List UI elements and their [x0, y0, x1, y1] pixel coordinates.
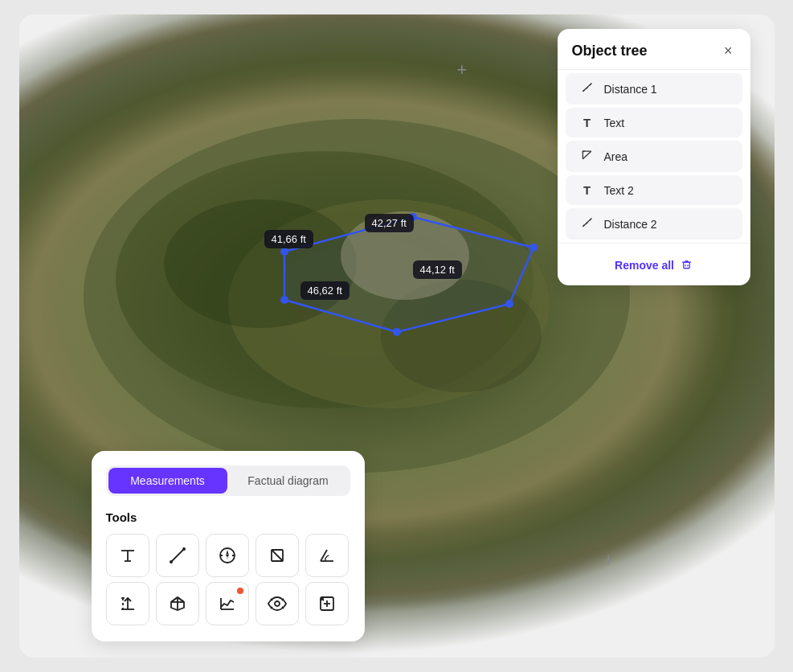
tree-item-text-1[interactable]: T Text — [566, 108, 742, 137]
svg-line-54 — [171, 597, 178, 602]
angle-tool-icon — [317, 546, 337, 565]
chart-tool-icon — [218, 594, 237, 613]
chart-tool-button[interactable] — [206, 582, 249, 625]
text-icon-1: T — [580, 116, 595, 129]
remove-all-row[interactable]: Remove all — [558, 247, 750, 285]
view-tool-button[interactable] — [255, 582, 299, 625]
text-icon-2: T — [580, 183, 595, 197]
surface-tool-icon — [168, 594, 187, 613]
grid-cross-top: + — [457, 61, 468, 79]
height-tool-icon — [118, 594, 137, 613]
height-tool-button[interactable] — [106, 582, 149, 625]
svg-point-58 — [275, 601, 280, 606]
tree-item-distance-2[interactable]: Distance 2 — [566, 208, 742, 240]
svg-line-19 — [582, 224, 584, 226]
svg-line-32 — [171, 549, 184, 562]
tab-factual-diagram[interactable]: Factual diagram — [229, 468, 348, 494]
compass-tool-button[interactable] — [206, 534, 249, 577]
svg-point-33 — [170, 560, 173, 563]
line-tool-icon — [168, 546, 187, 565]
svg-point-34 — [182, 547, 186, 551]
tree-label-text-1: Text — [604, 117, 625, 129]
panel-title: Object tree — [572, 43, 648, 59]
text-tool-button[interactable] — [106, 534, 149, 577]
expand-tool-icon — [317, 594, 337, 613]
main-container: + + 42,27 ft 41,66 ft 44,12 ft 46,62 ft … — [19, 14, 775, 658]
tools-heading: Tools — [106, 510, 350, 524]
object-tree-panel: Object tree × Distance 1 T Text — [558, 29, 750, 285]
svg-line-42 — [272, 550, 283, 561]
panel-divider — [558, 69, 750, 70]
tree-label-text-2: Text 2 — [604, 184, 634, 197]
tools-grid — [106, 534, 350, 625]
tree-label-area: Area — [604, 150, 628, 163]
area-tool-button[interactable] — [255, 534, 299, 577]
panel-header: Object tree × — [558, 29, 750, 69]
svg-line-55 — [178, 597, 184, 602]
tools-panel: Measurements Factual diagram Tools — [92, 451, 365, 641]
svg-line-44 — [321, 550, 327, 561]
tab-measurements[interactable]: Measurements — [108, 468, 227, 494]
ruler-icon — [580, 81, 595, 96]
svg-point-38 — [226, 555, 228, 557]
tree-item-area[interactable]: Area — [566, 141, 742, 172]
tree-label-distance-1: Distance 1 — [604, 83, 657, 96]
svg-line-21 — [589, 219, 591, 220]
tabs-row: Measurements Factual diagram — [106, 465, 350, 496]
svg-rect-22 — [684, 262, 690, 268]
text-tool-icon — [118, 546, 137, 565]
compass-tool-icon — [218, 546, 237, 565]
tree-item-distance-1[interactable]: Distance 1 — [566, 73, 742, 104]
grid-cross-bottom: + — [603, 551, 614, 569]
svg-line-14 — [586, 87, 587, 88]
line-tool-button[interactable] — [156, 534, 199, 577]
ruler-icon-2 — [580, 216, 595, 232]
remove-all-text: Remove all — [615, 259, 674, 272]
svg-line-13 — [582, 89, 584, 91]
tree-item-text-2[interactable]: T Text 2 — [566, 175, 742, 205]
area-icon — [580, 149, 595, 164]
svg-line-15 — [589, 84, 591, 85]
panel-divider-bottom — [558, 243, 750, 244]
tree-label-distance-2: Distance 2 — [604, 218, 657, 231]
angle-tool-button[interactable] — [305, 534, 349, 577]
area-tool-icon — [268, 546, 287, 565]
close-button[interactable]: × — [721, 42, 736, 59]
trash-icon — [681, 258, 693, 272]
svg-line-20 — [586, 222, 587, 223]
expand-tool-button[interactable] — [305, 582, 349, 625]
view-tool-icon — [268, 594, 287, 613]
red-dot-indicator — [237, 588, 243, 594]
surface-tool-button[interactable] — [156, 582, 199, 625]
